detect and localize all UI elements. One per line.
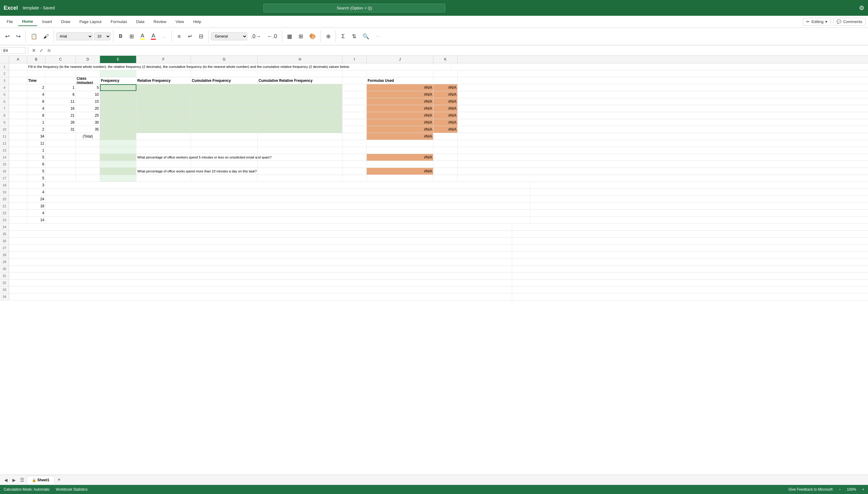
zoom-out-button[interactable]: − [838, 487, 841, 492]
cell-i12[interactable] [343, 140, 367, 147]
cell-a9[interactable] [9, 119, 27, 126]
cell-a19[interactable] [9, 189, 27, 195]
cell-j3[interactable]: Formulas Used [367, 77, 433, 84]
menu-page-layout[interactable]: Page Layout [75, 18, 106, 26]
menu-data[interactable]: Data [132, 18, 149, 26]
cell-d14[interactable] [76, 154, 100, 160]
cell-e7[interactable] [100, 105, 136, 112]
cell-a10[interactable] [9, 126, 27, 133]
cell-c2[interactable] [45, 70, 76, 77]
search-bar[interactable]: Search (Option + Q) [263, 4, 445, 13]
cell-j2[interactable] [367, 70, 433, 77]
sheet-list-button[interactable]: ☰ [19, 476, 25, 483]
cell-b17[interactable]: 5 [27, 175, 45, 182]
cell-k3[interactable] [433, 77, 458, 84]
cell-h3[interactable]: Cumulative Relative Frequency [257, 77, 343, 84]
cell-c8[interactable]: 21 [45, 112, 76, 119]
cell-j4[interactable]: #N/A [367, 84, 433, 91]
cell-j5[interactable]: #N/A [367, 91, 433, 98]
cell-c14[interactable] [45, 154, 76, 160]
cell-e10[interactable] [100, 126, 136, 133]
confirm-button[interactable]: ✓ [38, 48, 44, 53]
cell-c12[interactable] [45, 140, 76, 147]
find-button[interactable]: 🔍 [360, 33, 371, 40]
cell-k17[interactable] [433, 175, 458, 182]
cell-a23[interactable] [9, 217, 27, 223]
cell-h12[interactable] [257, 140, 343, 147]
cell-a18[interactable] [9, 182, 27, 189]
cell-rest-32[interactable] [9, 280, 512, 286]
cell-rest-26[interactable] [9, 238, 512, 244]
cell-g16[interactable] [191, 168, 257, 175]
merge-button[interactable]: ⊟ [196, 33, 206, 40]
col-header-d[interactable]: D [76, 56, 100, 63]
cell-k14[interactable] [433, 154, 458, 160]
sort-button[interactable]: ⇅ [349, 33, 359, 40]
cell-g7[interactable] [191, 105, 257, 112]
cell-g9[interactable] [191, 119, 257, 126]
cell-k15[interactable] [433, 161, 458, 168]
menu-formulas[interactable]: Formulas [107, 18, 131, 26]
cell-f4[interactable] [136, 84, 191, 91]
cell-d17[interactable] [76, 175, 100, 182]
menu-review[interactable]: Review [149, 18, 171, 26]
cell-c7[interactable]: 16 [45, 105, 76, 112]
more-button[interactable]: ... [159, 33, 169, 39]
cell-a1[interactable] [9, 63, 27, 70]
cell-a14[interactable] [9, 154, 27, 160]
cell-f10[interactable] [136, 126, 191, 133]
font-size-selector[interactable]: 10 12 14 16 [94, 33, 111, 40]
menu-help[interactable]: Help [189, 18, 206, 26]
cell-i2[interactable] [343, 70, 367, 77]
cell-b8[interactable]: 8 [27, 112, 45, 119]
cell-reference-input[interactable]: E4 [1, 47, 25, 54]
cell-j13[interactable] [367, 147, 433, 154]
cell-b10[interactable]: 2 [27, 126, 45, 133]
add-sheet-button[interactable]: + [56, 476, 63, 484]
cell-h4[interactable] [257, 84, 343, 91]
cell-e9[interactable] [100, 119, 136, 126]
cell-d15[interactable] [76, 161, 100, 168]
wrap-button[interactable]: ↵ [185, 33, 195, 40]
cell-d16[interactable] [76, 168, 100, 175]
cell-c10[interactable]: 31 [45, 126, 76, 133]
col-header-f[interactable]: F [136, 56, 191, 63]
cell-i14[interactable] [343, 154, 367, 160]
cell-b19[interactable]: 4 [27, 189, 45, 195]
cell-j7[interactable]: #N/A [367, 105, 433, 112]
cell-a11[interactable] [9, 133, 27, 140]
col-header-e[interactable]: E [100, 56, 136, 63]
cell-h10[interactable] [257, 126, 343, 133]
cell-b12[interactable]: 11 [27, 140, 45, 147]
cell-f3[interactable]: Relative Frequency [136, 77, 191, 84]
cell-b22[interactable]: 4 [27, 210, 45, 216]
cell-c3[interactable] [45, 77, 76, 84]
cell-g3[interactable]: Cumulative Frequency [191, 77, 257, 84]
cell-i16[interactable] [343, 168, 367, 175]
number-format-selector[interactable]: General Number Currency Percentage [211, 33, 247, 40]
cell-b20[interactable]: 24 [27, 196, 45, 203]
cell-k13[interactable] [433, 147, 458, 154]
cell-h15[interactable] [257, 161, 343, 168]
col-header-b[interactable]: B [27, 56, 45, 63]
cell-k16[interactable] [433, 168, 458, 175]
cell-d13[interactable] [76, 147, 100, 154]
cancel-button[interactable]: ✕ [31, 48, 37, 53]
cell-d12[interactable] [76, 140, 100, 147]
cell-d7[interactable]: 20 [76, 105, 100, 112]
col-header-k[interactable]: K [433, 56, 458, 63]
cell-f12[interactable] [136, 140, 191, 147]
cell-rest-29[interactable] [9, 259, 512, 265]
cell-a3[interactable] [9, 77, 27, 84]
cell-d2[interactable] [76, 70, 100, 77]
cell-d9[interactable]: 30 [76, 119, 100, 126]
give-feedback-button[interactable]: Give Feedback to Microsoft [788, 487, 832, 492]
cell-a22[interactable] [9, 210, 27, 216]
cell-e12[interactable] [100, 140, 136, 147]
cell-k9[interactable]: #N/A [433, 119, 458, 126]
cell-a13[interactable] [9, 147, 27, 154]
cell-e16[interactable] [100, 168, 136, 175]
cell-d11[interactable]: (Total) [76, 133, 100, 140]
zoom-in-button[interactable]: + [862, 487, 864, 492]
conditional-format-button[interactable]: ▦ [285, 33, 294, 40]
